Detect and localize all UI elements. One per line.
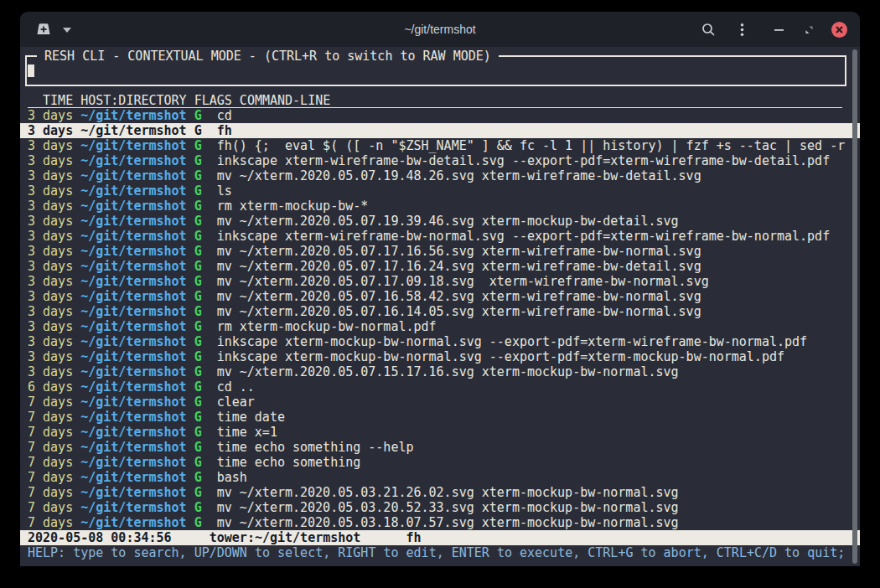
row-flags: G: [194, 319, 202, 334]
row-time: 7 days: [28, 410, 73, 425]
text-cursor: [28, 64, 34, 77]
row-command: rm xterm-mockup-bw-*: [217, 199, 369, 214]
row-command: mv ~/xterm.2020.05.07.19.48.26.svg xterm…: [217, 168, 701, 183]
row-time: 3 days: [28, 244, 73, 259]
status-host-dir: tower:~/git/termshot: [210, 530, 361, 545]
row-command: inkscape xterm-mockup-bw-normal.svg --ex…: [217, 334, 807, 349]
titlebar[interactable]: ~/git/termshot: [20, 12, 860, 47]
row-flags: G: [194, 334, 202, 349]
row-time: 7 days: [28, 440, 73, 455]
history-row[interactable]: 3 days ~/git/termshot G mv ~/xterm.2020.…: [20, 214, 860, 229]
history-row[interactable]: 3 days ~/git/termshot G mv ~/xterm.2020.…: [20, 259, 860, 274]
row-time: 3 days: [28, 334, 73, 349]
row-flags: G: [194, 138, 202, 153]
history-row[interactable]: 7 days ~/git/termshot G mv ~/xterm.2020.…: [20, 485, 860, 500]
help-line: HELP: type to search, UP/DOWN to select,…: [20, 545, 860, 560]
status-datetime: 2020-05-08 00:34:56: [28, 530, 172, 545]
row-time: 3 days: [28, 304, 73, 319]
history-row[interactable]: 3 days ~/git/termshot G mv ~/xterm.2020.…: [20, 274, 860, 289]
row-time: 7 days: [28, 515, 73, 530]
row-directory: ~/git/termshot: [80, 153, 186, 168]
terminal-window: ~/git/termshot RESH CLI - CONTEXTUAL MOD…: [20, 12, 860, 566]
row-flags: G: [194, 455, 202, 470]
row-time: 3 days: [28, 319, 73, 334]
row-command: inkscape xterm-wireframe-bw-normal.svg -…: [217, 229, 831, 244]
row-flags: G: [194, 123, 202, 138]
row-time: 7 days: [28, 455, 73, 470]
row-flags: G: [194, 349, 202, 364]
history-row[interactable]: 3 days ~/git/termshot G inkscape xterm-m…: [20, 334, 860, 349]
row-command: time echo something --help: [217, 440, 414, 455]
row-directory: ~/git/termshot: [80, 229, 186, 244]
row-command: mv ~/xterm.2020.05.03.21.26.02.svg xterm…: [217, 485, 679, 500]
row-command: time echo something: [217, 455, 361, 470]
row-flags: G: [194, 108, 202, 123]
history-row[interactable]: 7 days ~/git/termshot G time echo someth…: [20, 455, 860, 470]
row-time: 3 days: [28, 199, 73, 214]
history-row[interactable]: 3 days ~/git/termshot G fh: [20, 123, 860, 138]
row-directory: ~/git/termshot: [80, 485, 186, 500]
history-row[interactable]: 7 days ~/git/termshot G clear: [20, 395, 860, 410]
history-row[interactable]: 3 days ~/git/termshot G mv ~/xterm.2020.…: [20, 304, 860, 319]
row-time: 7 days: [28, 470, 73, 485]
scrollbar[interactable]: [852, 49, 857, 564]
history-row[interactable]: 7 days ~/git/termshot G time echo someth…: [20, 440, 860, 455]
kebab-menu-icon[interactable]: [735, 23, 749, 37]
history-row[interactable]: 3 days ~/git/termshot G mv ~/xterm.2020.…: [20, 168, 860, 183]
history-row[interactable]: 3 days ~/git/termshot G inkscape xterm-m…: [20, 349, 860, 364]
row-directory: ~/git/termshot: [80, 289, 186, 304]
history-row[interactable]: 3 days ~/git/termshot G inkscape xterm-w…: [20, 229, 860, 244]
row-directory: ~/git/termshot: [80, 319, 186, 334]
row-directory: ~/git/termshot: [80, 455, 186, 470]
row-command: mv ~/xterm.2020.05.07.17.16.56.svg xterm…: [217, 244, 701, 259]
row-command: mv ~/xterm.2020.05.03.20.52.33.svg xterm…: [217, 500, 679, 515]
row-time: 3 days: [28, 289, 73, 304]
status-command: fh: [406, 530, 422, 545]
history-row[interactable]: 7 days ~/git/termshot G time x=1: [20, 425, 860, 440]
row-time: 3 days: [28, 183, 73, 199]
row-directory: ~/git/termshot: [80, 500, 186, 515]
row-command: ls: [217, 183, 232, 199]
row-flags: G: [194, 274, 202, 289]
history-row[interactable]: 7 days ~/git/termshot G mv ~/xterm.2020.…: [20, 500, 860, 515]
row-directory: ~/git/termshot: [80, 440, 186, 455]
row-command: mv ~/xterm.2020.05.07.17.16.24.svg xterm…: [217, 259, 701, 274]
row-directory: ~/git/termshot: [80, 214, 186, 229]
row-time: 3 days: [28, 214, 73, 229]
history-row[interactable]: 7 days ~/git/termshot G mv ~/xterm.2020.…: [20, 515, 860, 530]
history-row[interactable]: 3 days ~/git/termshot G mv ~/xterm.2020.…: [20, 244, 860, 259]
row-time: 7 days: [28, 425, 73, 440]
row-command: time x=1: [217, 425, 277, 440]
history-row[interactable]: 3 days ~/git/termshot G mv ~/xterm.2020.…: [20, 364, 860, 379]
search-box[interactable]: RESH CLI - CONTEXTUAL MODE - (CTRL+R to …: [25, 55, 846, 86]
row-directory: ~/git/termshot: [80, 410, 186, 425]
terminal-screen[interactable]: RESH CLI - CONTEXTUAL MODE - (CTRL+R to …: [20, 47, 860, 566]
row-command: mv ~/xterm.2020.05.07.16.14.05.svg xterm…: [217, 304, 701, 319]
history-row[interactable]: 7 days ~/git/termshot G bash: [20, 470, 860, 485]
minimize-icon[interactable]: [772, 23, 786, 37]
row-directory: ~/git/termshot: [80, 515, 186, 530]
history-row[interactable]: 3 days ~/git/termshot G ls: [20, 183, 860, 199]
history-row[interactable]: 6 days ~/git/termshot G cd ..: [20, 379, 860, 395]
row-time: 7 days: [28, 395, 73, 410]
row-directory: ~/git/termshot: [80, 334, 186, 349]
restore-icon[interactable]: [802, 23, 816, 37]
search-icon[interactable]: [701, 23, 716, 37]
close-icon[interactable]: [831, 22, 847, 38]
history-row[interactable]: 3 days ~/git/termshot G rm xterm-mockup-…: [20, 199, 860, 214]
status-bar: 2020-05-08 00:34:56 tower:~/git/termshot…: [20, 530, 860, 545]
row-flags: G: [194, 214, 202, 229]
history-row[interactable]: 7 days ~/git/termshot G time date: [20, 410, 860, 425]
history-row[interactable]: 3 days ~/git/termshot G inkscape xterm-w…: [20, 153, 860, 168]
window-title: ~/git/termshot: [20, 12, 860, 47]
row-command: bash: [217, 470, 247, 485]
row-command: inkscape xterm-mockup-bw-normal.svg --ex…: [217, 349, 784, 364]
row-command: fh() {; eval $( ([ -n "$ZSH_NAME" ] && f…: [217, 138, 846, 153]
row-command: rm xterm-mockup-bw-normal.pdf: [217, 319, 437, 334]
row-command: inkscape xterm-wireframe-bw-detail.svg -…: [217, 153, 831, 168]
history-row[interactable]: 3 days ~/git/termshot G fh() {; eval $( …: [20, 138, 860, 153]
history-row[interactable]: 3 days ~/git/termshot G mv ~/xterm.2020.…: [20, 289, 860, 304]
history-row[interactable]: 3 days ~/git/termshot G rm xterm-mockup-…: [20, 319, 860, 334]
row-flags: G: [194, 440, 202, 455]
history-row[interactable]: 3 days ~/git/termshot G cd: [20, 108, 860, 123]
